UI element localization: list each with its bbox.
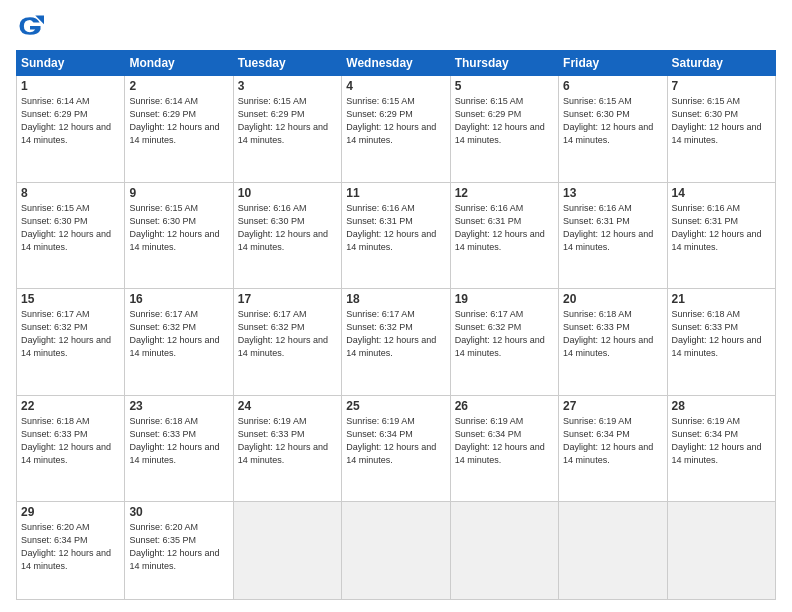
day-number: 6 [563,79,662,93]
weekday-friday: Friday [559,51,667,76]
day-number: 5 [455,79,554,93]
day-info: Sunrise: 6:15 AMSunset: 6:30 PMDaylight:… [563,96,653,145]
calendar-cell: 16 Sunrise: 6:17 AMSunset: 6:32 PMDaylig… [125,289,233,396]
day-info: Sunrise: 6:16 AMSunset: 6:31 PMDaylight:… [563,203,653,252]
calendar-cell: 28 Sunrise: 6:19 AMSunset: 6:34 PMDaylig… [667,395,775,502]
calendar-cell: 7 Sunrise: 6:15 AMSunset: 6:30 PMDayligh… [667,76,775,183]
calendar-cell: 19 Sunrise: 6:17 AMSunset: 6:32 PMDaylig… [450,289,558,396]
day-info: Sunrise: 6:14 AMSunset: 6:29 PMDaylight:… [21,96,111,145]
day-number: 1 [21,79,120,93]
day-info: Sunrise: 6:18 AMSunset: 6:33 PMDaylight:… [129,416,219,465]
weekday-sunday: Sunday [17,51,125,76]
weekday-thursday: Thursday [450,51,558,76]
weekday-tuesday: Tuesday [233,51,341,76]
day-info: Sunrise: 6:17 AMSunset: 6:32 PMDaylight:… [238,309,328,358]
calendar-cell: 10 Sunrise: 6:16 AMSunset: 6:30 PMDaylig… [233,182,341,289]
calendar-cell: 15 Sunrise: 6:17 AMSunset: 6:32 PMDaylig… [17,289,125,396]
calendar-cell [450,502,558,600]
calendar-cell: 13 Sunrise: 6:16 AMSunset: 6:31 PMDaylig… [559,182,667,289]
day-number: 16 [129,292,228,306]
header [16,12,776,40]
calendar-cell: 14 Sunrise: 6:16 AMSunset: 6:31 PMDaylig… [667,182,775,289]
day-info: Sunrise: 6:16 AMSunset: 6:31 PMDaylight:… [672,203,762,252]
day-number: 25 [346,399,445,413]
calendar-cell: 20 Sunrise: 6:18 AMSunset: 6:33 PMDaylig… [559,289,667,396]
calendar-cell: 12 Sunrise: 6:16 AMSunset: 6:31 PMDaylig… [450,182,558,289]
day-number: 19 [455,292,554,306]
calendar-cell: 9 Sunrise: 6:15 AMSunset: 6:30 PMDayligh… [125,182,233,289]
day-info: Sunrise: 6:16 AMSunset: 6:31 PMDaylight:… [346,203,436,252]
calendar-table: SundayMondayTuesdayWednesdayThursdayFrid… [16,50,776,600]
day-number: 24 [238,399,337,413]
day-number: 20 [563,292,662,306]
day-info: Sunrise: 6:20 AMSunset: 6:34 PMDaylight:… [21,522,111,571]
day-info: Sunrise: 6:17 AMSunset: 6:32 PMDaylight:… [455,309,545,358]
day-info: Sunrise: 6:15 AMSunset: 6:29 PMDaylight:… [238,96,328,145]
calendar-cell: 22 Sunrise: 6:18 AMSunset: 6:33 PMDaylig… [17,395,125,502]
day-info: Sunrise: 6:19 AMSunset: 6:34 PMDaylight:… [563,416,653,465]
day-number: 17 [238,292,337,306]
week-row-2: 15 Sunrise: 6:17 AMSunset: 6:32 PMDaylig… [17,289,776,396]
weekday-monday: Monday [125,51,233,76]
calendar-cell [667,502,775,600]
weekday-saturday: Saturday [667,51,775,76]
day-info: Sunrise: 6:18 AMSunset: 6:33 PMDaylight:… [563,309,653,358]
calendar-cell: 23 Sunrise: 6:18 AMSunset: 6:33 PMDaylig… [125,395,233,502]
calendar-cell: 25 Sunrise: 6:19 AMSunset: 6:34 PMDaylig… [342,395,450,502]
calendar-cell: 18 Sunrise: 6:17 AMSunset: 6:32 PMDaylig… [342,289,450,396]
day-number: 14 [672,186,771,200]
calendar-cell [342,502,450,600]
calendar-cell: 5 Sunrise: 6:15 AMSunset: 6:29 PMDayligh… [450,76,558,183]
calendar-cell: 27 Sunrise: 6:19 AMSunset: 6:34 PMDaylig… [559,395,667,502]
day-number: 9 [129,186,228,200]
day-number: 23 [129,399,228,413]
logo [16,12,48,40]
day-info: Sunrise: 6:15 AMSunset: 6:29 PMDaylight:… [455,96,545,145]
calendar-cell: 4 Sunrise: 6:15 AMSunset: 6:29 PMDayligh… [342,76,450,183]
day-info: Sunrise: 6:18 AMSunset: 6:33 PMDaylight:… [21,416,111,465]
day-info: Sunrise: 6:20 AMSunset: 6:35 PMDaylight:… [129,522,219,571]
calendar-cell: 3 Sunrise: 6:15 AMSunset: 6:29 PMDayligh… [233,76,341,183]
day-number: 30 [129,505,228,519]
day-number: 7 [672,79,771,93]
week-row-3: 22 Sunrise: 6:18 AMSunset: 6:33 PMDaylig… [17,395,776,502]
week-row-1: 8 Sunrise: 6:15 AMSunset: 6:30 PMDayligh… [17,182,776,289]
day-info: Sunrise: 6:15 AMSunset: 6:29 PMDaylight:… [346,96,436,145]
calendar-cell: 24 Sunrise: 6:19 AMSunset: 6:33 PMDaylig… [233,395,341,502]
day-info: Sunrise: 6:19 AMSunset: 6:34 PMDaylight:… [672,416,762,465]
day-info: Sunrise: 6:17 AMSunset: 6:32 PMDaylight:… [346,309,436,358]
weekday-header-row: SundayMondayTuesdayWednesdayThursdayFrid… [17,51,776,76]
day-info: Sunrise: 6:18 AMSunset: 6:33 PMDaylight:… [672,309,762,358]
day-number: 15 [21,292,120,306]
day-number: 3 [238,79,337,93]
calendar-cell [233,502,341,600]
calendar-cell: 26 Sunrise: 6:19 AMSunset: 6:34 PMDaylig… [450,395,558,502]
calendar-cell: 29 Sunrise: 6:20 AMSunset: 6:34 PMDaylig… [17,502,125,600]
calendar-body: 1 Sunrise: 6:14 AMSunset: 6:29 PMDayligh… [17,76,776,600]
day-info: Sunrise: 6:17 AMSunset: 6:32 PMDaylight:… [129,309,219,358]
day-number: 12 [455,186,554,200]
day-number: 21 [672,292,771,306]
day-info: Sunrise: 6:14 AMSunset: 6:29 PMDaylight:… [129,96,219,145]
day-number: 29 [21,505,120,519]
day-info: Sunrise: 6:16 AMSunset: 6:31 PMDaylight:… [455,203,545,252]
day-info: Sunrise: 6:19 AMSunset: 6:34 PMDaylight:… [455,416,545,465]
week-row-0: 1 Sunrise: 6:14 AMSunset: 6:29 PMDayligh… [17,76,776,183]
calendar-cell: 30 Sunrise: 6:20 AMSunset: 6:35 PMDaylig… [125,502,233,600]
day-number: 28 [672,399,771,413]
day-number: 27 [563,399,662,413]
day-info: Sunrise: 6:15 AMSunset: 6:30 PMDaylight:… [21,203,111,252]
day-info: Sunrise: 6:19 AMSunset: 6:34 PMDaylight:… [346,416,436,465]
day-info: Sunrise: 6:15 AMSunset: 6:30 PMDaylight:… [129,203,219,252]
day-number: 22 [21,399,120,413]
calendar-cell: 1 Sunrise: 6:14 AMSunset: 6:29 PMDayligh… [17,76,125,183]
day-number: 2 [129,79,228,93]
page: SundayMondayTuesdayWednesdayThursdayFrid… [0,0,792,612]
day-number: 18 [346,292,445,306]
day-number: 4 [346,79,445,93]
day-number: 8 [21,186,120,200]
day-number: 26 [455,399,554,413]
day-number: 11 [346,186,445,200]
day-number: 13 [563,186,662,200]
weekday-wednesday: Wednesday [342,51,450,76]
